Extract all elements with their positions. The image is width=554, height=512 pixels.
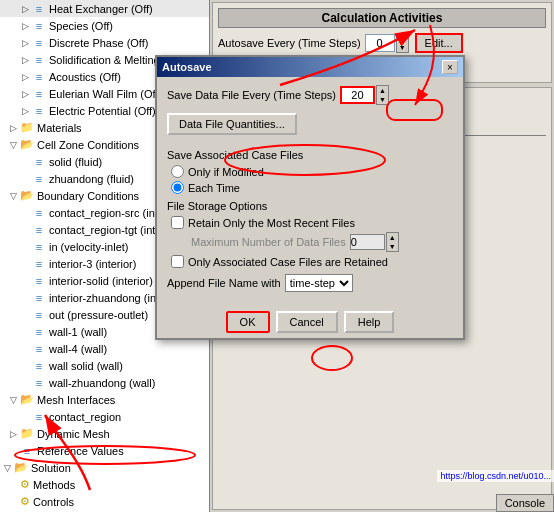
expand-icon: ▷: [8, 429, 18, 439]
expand-icon: ▷: [20, 55, 30, 65]
max-files-input[interactable]: [350, 234, 385, 250]
tree-label: Reference Values: [37, 445, 124, 457]
data-quantities-button[interactable]: Data File Quantities...: [167, 113, 297, 135]
folder-icon: 📂: [20, 138, 34, 152]
node-icon: ≡: [32, 172, 46, 186]
expand-icon: ▷: [20, 106, 30, 116]
tree-item-methods[interactable]: ⚙ Methods: [0, 476, 209, 493]
append-row: Append File Name with time-step iteratio…: [167, 274, 453, 292]
tree-item-discrete-phase[interactable]: ▷ ≡ Discrete Phase (Off): [0, 34, 209, 51]
edit-button[interactable]: Edit...: [415, 33, 463, 53]
radio-each-time-input[interactable]: [171, 181, 184, 194]
only-assoc-label: Only Associated Case Files are Retained: [188, 256, 388, 268]
url-bar: https://blog.csdn.net/u010...: [437, 470, 554, 482]
node-icon: ≡: [32, 410, 46, 424]
help-button[interactable]: Help: [344, 311, 395, 333]
tree-label: Species (Off): [49, 20, 113, 32]
tree-label: Discrete Phase (Off): [49, 37, 148, 49]
methods-icon: ⚙: [20, 478, 30, 491]
node-icon: ≡: [32, 376, 46, 390]
expand-icon: [20, 208, 30, 218]
max-files-spinner-up[interactable]: ▲: [387, 233, 398, 242]
save-every-input[interactable]: [340, 86, 375, 104]
tree-label: wall-zhuandong (wall): [49, 377, 155, 389]
tree-label: Acoustics (Off): [49, 71, 121, 83]
retain-recent-checkbox[interactable]: [171, 216, 184, 229]
max-files-spinner[interactable]: ▲ ▼: [386, 232, 399, 252]
radio-only-modified: Only if Modified: [171, 165, 453, 178]
expand-icon: [8, 480, 18, 490]
expand-icon: ▽: [8, 140, 18, 150]
tree-item-contact-region[interactable]: ≡ contact_region: [0, 408, 209, 425]
max-files-spinner-down[interactable]: ▼: [387, 242, 398, 251]
save-spinner[interactable]: ▲ ▼: [376, 85, 389, 105]
autosave-every-label: Autosave Every (Time Steps): [218, 37, 361, 49]
node-icon: ≡: [32, 2, 46, 16]
cancel-button[interactable]: Cancel: [276, 311, 338, 333]
tree-label: Methods: [33, 479, 75, 491]
tree-item-mesh-interfaces[interactable]: ▽ 📂 Mesh Interfaces: [0, 391, 209, 408]
expand-icon: ▷: [20, 21, 30, 31]
tree-item-heat-exchanger[interactable]: ▷ ≡ Heat Exchanger (Off): [0, 0, 209, 17]
max-files-label: Maximum Number of Data Files: [191, 236, 346, 248]
expand-icon: ▷: [8, 123, 18, 133]
ok-button[interactable]: OK: [226, 311, 270, 333]
expand-icon: [20, 293, 30, 303]
autosave-every-input[interactable]: [365, 34, 395, 52]
tree-label: wall-1 (wall): [49, 326, 107, 338]
node-icon: ≡: [32, 53, 46, 67]
tree-label: Cell Zone Conditions: [37, 139, 139, 151]
spinner-down[interactable]: ▼: [397, 43, 408, 52]
console-tab[interactable]: Console: [496, 494, 554, 512]
tree-label: in (velocity-inlet): [49, 241, 128, 253]
tree-item-dynamic-mesh[interactable]: ▷ 📁 Dynamic Mesh: [0, 425, 209, 442]
dialog-close-button[interactable]: ×: [442, 60, 458, 74]
tree-label: Materials: [37, 122, 82, 134]
node-icon: ≡: [32, 155, 46, 169]
folder-icon: 📂: [14, 461, 28, 475]
expand-icon: [20, 412, 30, 422]
expand-icon: [20, 242, 30, 252]
tree-label: Dynamic Mesh: [37, 428, 110, 440]
append-label: Append File Name with: [167, 277, 281, 289]
radio-each-time-label: Each Time: [188, 182, 240, 194]
dialog-titlebar: Autosave ×: [157, 57, 463, 77]
spinner-up[interactable]: ▲: [397, 34, 408, 43]
dialog-body: Save Data File Every (Time Steps) ▲ ▼ Da…: [157, 77, 463, 306]
expand-icon: [20, 157, 30, 167]
save-spinner-up[interactable]: ▲: [377, 86, 388, 95]
tree-item-reference-values[interactable]: ≡ Reference Values: [0, 442, 209, 459]
tree-label: interior-solid (interior): [49, 275, 153, 287]
autosave-spinner[interactable]: ▲ ▼: [396, 33, 409, 53]
tree-item-controls[interactable]: ⚙ Controls: [0, 493, 209, 510]
tree-item-solution[interactable]: ▽ 📂 Solution: [0, 459, 209, 476]
folder-icon: 📂: [20, 393, 34, 407]
radio-only-modified-input[interactable]: [171, 165, 184, 178]
max-files-row: Maximum Number of Data Files ▲ ▼: [171, 232, 453, 252]
expand-icon: [20, 378, 30, 388]
tree-item-wall-zhuandong[interactable]: ≡ wall-zhuandong (wall): [0, 374, 209, 391]
tree-item-wall-solid[interactable]: ≡ wall solid (wall): [0, 357, 209, 374]
node-icon: ≡: [32, 87, 46, 101]
save-spinner-down[interactable]: ▼: [377, 95, 388, 104]
node-icon: ≡: [32, 36, 46, 50]
checkbox-only-assoc: Only Associated Case Files are Retained: [171, 255, 453, 268]
tree-label: wall-4 (wall): [49, 343, 107, 355]
node-icon: ≡: [20, 444, 34, 458]
node-icon: ≡: [32, 104, 46, 118]
node-icon: ≡: [32, 274, 46, 288]
save-every-row: Save Data File Every (Time Steps) ▲ ▼: [167, 85, 453, 105]
tree-label: Heat Exchanger (Off): [49, 3, 153, 15]
tree-item-wall4[interactable]: ≡ wall-4 (wall): [0, 340, 209, 357]
node-icon: ≡: [32, 342, 46, 356]
tree-item-species[interactable]: ▷ ≡ Species (Off): [0, 17, 209, 34]
expand-icon: [20, 225, 30, 235]
file-storage-label: File Storage Options: [167, 200, 453, 212]
folder-icon: 📁: [20, 427, 34, 441]
radio-group-case: Only if Modified Each Time: [167, 165, 453, 194]
node-icon: ≡: [32, 240, 46, 254]
tree-label: interior-3 (interior): [49, 258, 136, 270]
only-assoc-checkbox[interactable]: [171, 255, 184, 268]
append-select[interactable]: time-step iteration flow-time: [285, 274, 353, 292]
expand-icon: ▷: [20, 38, 30, 48]
